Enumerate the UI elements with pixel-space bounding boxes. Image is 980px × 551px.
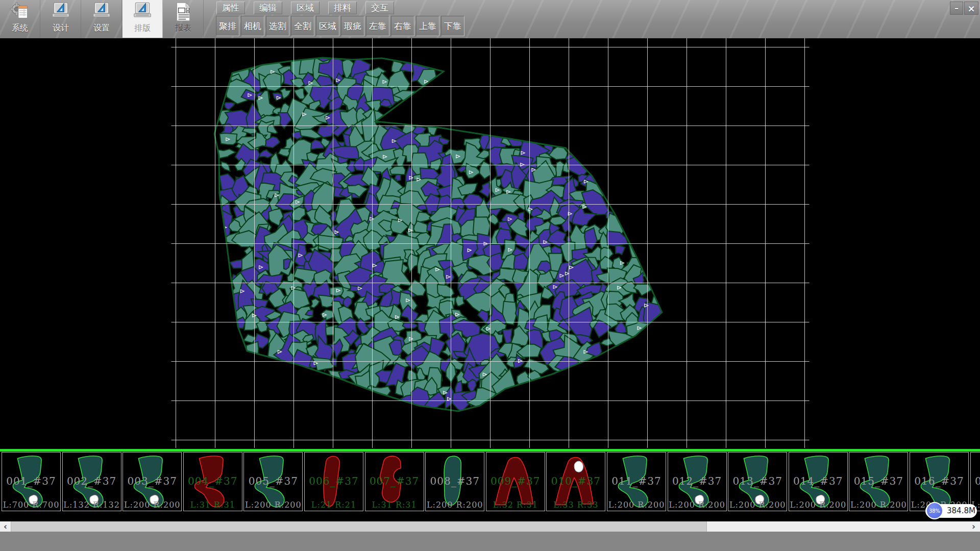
app-button-label: 系统 [12, 22, 28, 34]
horizontal-scrollbar[interactable]: ‹ › [0, 521, 980, 532]
progress-circle: 38% [926, 502, 943, 519]
part-thumbnail[interactable]: 017_#37L:200 R:200 [970, 452, 980, 511]
part-thumbnail[interactable]: 013_#37L:200 R:200 [728, 452, 787, 511]
nesting-icon [132, 1, 153, 22]
part-thumbnail[interactable]: 008_#37L:200 R:200 [425, 452, 484, 511]
part-thumbnail[interactable]: 003_#37L:200 R:200 [122, 452, 182, 511]
scrollbar-thumb[interactable] [11, 521, 707, 532]
part-shape [126, 454, 178, 511]
menu-tab-row: 属性编辑区域排料交互 [216, 2, 403, 14]
part-shape [5, 454, 57, 511]
part-shape [247, 454, 299, 511]
part-thumbnail[interactable]: 016_#37L:200 R:200 [910, 452, 969, 511]
app-button-design[interactable]: 设计 [41, 0, 81, 38]
app-button-settings[interactable]: 设置 [82, 0, 122, 38]
app-window: 系统设计设置排版报表 属性编辑区域排料交互 聚排相机选割全割区域瑕疵左靠右靠上靠… [0, 0, 980, 551]
part-thumbnail[interactable]: 015_#37L:200 R:200 [849, 452, 908, 511]
part-shape [913, 454, 965, 511]
menu-tab[interactable]: 编辑 [254, 2, 282, 14]
tool-button[interactable]: 相机 [241, 16, 264, 36]
part-thumbnail[interactable]: 004_#37L:31 R:31 [183, 452, 242, 511]
toolbar: 系统设计设置排版报表 属性编辑区域排料交互 聚排相机选割全割区域瑕疵左靠右靠上靠… [0, 0, 980, 39]
tool-button[interactable]: 选割 [266, 16, 289, 36]
parts-strip: 001_#37L:700 R:700002_#37L:132 R:132003_… [0, 449, 980, 521]
app-button-label: 报表 [175, 22, 191, 34]
part-thumbnail[interactable]: 011_#37L:200 R:200 [607, 452, 666, 511]
tool-button[interactable]: 瑕疵 [341, 16, 364, 36]
part-thumbnail[interactable]: 002_#37L:132 R:132 [62, 452, 121, 511]
part-shape [66, 454, 118, 511]
part-thumbnail[interactable]: 007_#37L:31 R:31 [365, 452, 424, 511]
app-button-nesting[interactable]: 排版 [122, 0, 163, 38]
part-shape [852, 454, 904, 511]
memory-progress-badge[interactable]: 38% 384.8M [925, 504, 977, 518]
app-button-label: 排版 [134, 22, 151, 34]
part-thumbnail[interactable]: 005_#37L:200 R:200 [243, 452, 303, 511]
tool-button[interactable]: 下靠 [441, 16, 464, 36]
part-shape [187, 454, 239, 511]
menu-tab[interactable]: 排料 [328, 2, 357, 14]
part-thumbnail[interactable]: 009_#37L:32 R:31 [486, 452, 545, 511]
system-icon [9, 1, 31, 22]
part-shape [792, 454, 844, 511]
app-button-label: 设置 [93, 22, 110, 34]
menu-tab[interactable]: 区域 [291, 2, 320, 14]
part-shape [974, 454, 980, 511]
part-thumbnail[interactable]: 001_#37L:700 R:700 [2, 452, 61, 511]
part-shape [610, 454, 663, 511]
scroll-left-arrow[interactable]: ‹ [0, 521, 11, 532]
app-button-system[interactable]: 系统 [0, 0, 40, 38]
memory-size-label: 384.8M [947, 504, 975, 518]
app-button-label: 设计 [53, 22, 69, 34]
part-shape [731, 454, 783, 511]
menu-tab[interactable]: 属性 [216, 2, 245, 14]
tool-button[interactable]: 左靠 [366, 16, 389, 36]
scroll-right-arrow[interactable]: › [968, 521, 979, 532]
tool-button[interactable]: 全割 [291, 16, 314, 36]
part-thumbnail[interactable]: 012_#37L:200 R:200 [668, 452, 727, 511]
tool-button[interactable]: 聚排 [216, 16, 239, 36]
nesting-canvas[interactable] [0, 38, 980, 450]
part-shape [369, 454, 421, 511]
part-shape [671, 454, 723, 511]
part-shape [308, 454, 360, 511]
minimize-button[interactable]: – [950, 2, 963, 15]
part-shape [550, 454, 602, 511]
part-thumbnail[interactable]: 006_#37L:21 R:21 [304, 452, 363, 511]
tool-button[interactable]: 上靠 [416, 16, 439, 36]
tool-button-row: 聚排相机选割全割区域瑕疵左靠右靠上靠下靠 [216, 16, 466, 36]
status-bar [0, 532, 980, 551]
part-thumbnail[interactable]: 014_#37L:200 R:200 [789, 452, 848, 511]
close-button[interactable]: × [964, 2, 978, 15]
settings-icon [91, 1, 112, 22]
design-icon [50, 1, 71, 22]
tool-button[interactable]: 右靠 [391, 16, 414, 36]
part-thumbnail[interactable]: 010_#37L:33 R:33 [546, 452, 605, 511]
menu-tab[interactable]: 交互 [365, 2, 394, 14]
part-shape [489, 454, 542, 511]
tool-button[interactable]: 区域 [316, 16, 339, 36]
app-button-report[interactable]: 报表 [163, 0, 204, 38]
part-shape [429, 454, 481, 511]
report-icon [173, 1, 194, 22]
